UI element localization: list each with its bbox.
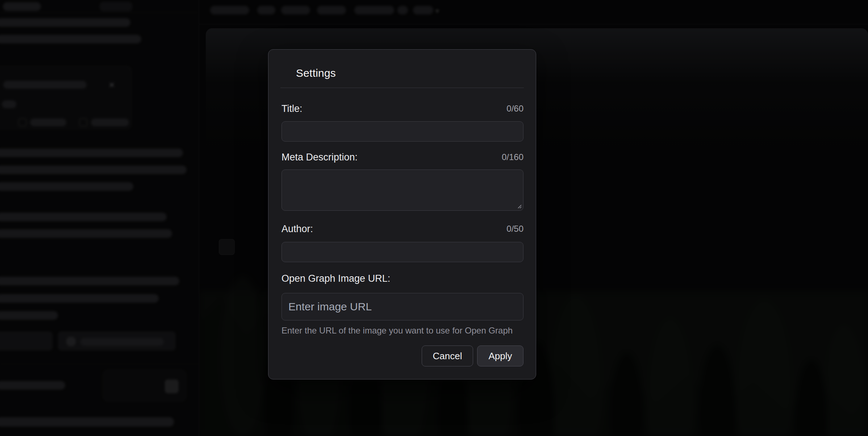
title-counter: 0/60 xyxy=(506,104,523,114)
settings-dialog: Settings Title: 0/60 Meta Description: 0… xyxy=(268,49,536,380)
dialog-title: Settings xyxy=(296,67,523,79)
dialog-header: Settings xyxy=(268,50,536,79)
og-image-url-label: Open Graph Image URL: xyxy=(281,273,390,284)
og-helper-text: Enter the URL of the image you want to u… xyxy=(281,326,523,336)
resize-handle-icon[interactable] xyxy=(516,203,522,209)
title-field-row: Title: 0/60 xyxy=(281,102,523,116)
dialog-actions: Cancel Apply xyxy=(281,345,523,366)
cancel-button[interactable]: Cancel xyxy=(422,345,473,366)
author-field-row: Author: 0/50 xyxy=(281,222,523,236)
title-label: Title: xyxy=(281,103,302,114)
meta-description-wrap xyxy=(281,169,523,211)
author-counter: 0/50 xyxy=(506,224,523,234)
meta-description-textarea[interactable] xyxy=(281,169,523,211)
meta-field-row: Meta Description: 0/160 xyxy=(281,150,523,164)
meta-description-counter: 0/160 xyxy=(502,152,523,162)
apply-button[interactable]: Apply xyxy=(477,345,523,366)
dialog-body: Title: 0/60 Meta Description: 0/160 Auth… xyxy=(268,88,536,366)
title-input[interactable] xyxy=(281,121,523,142)
author-label: Author: xyxy=(281,223,313,235)
og-image-url-input[interactable] xyxy=(281,293,523,320)
meta-description-label: Meta Description: xyxy=(281,152,358,163)
author-input[interactable] xyxy=(281,242,523,262)
og-field-row: Open Graph Image URL: xyxy=(281,272,523,285)
